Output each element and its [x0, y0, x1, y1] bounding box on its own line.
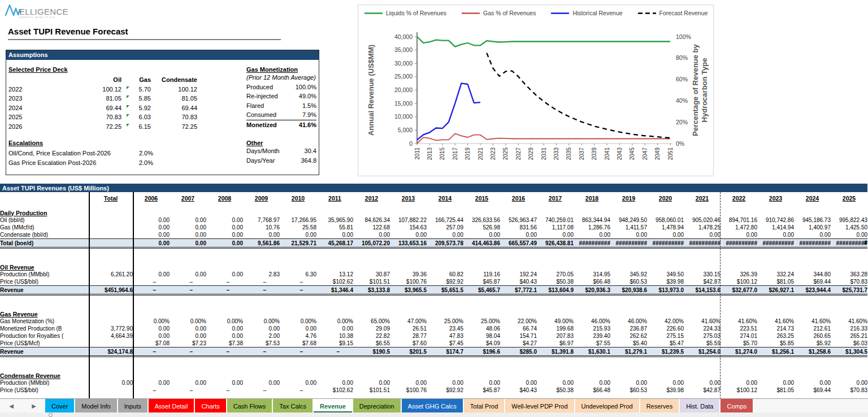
- cell[interactable]: 1,400.97: [794, 224, 831, 231]
- cell[interactable]: 105,072.20: [353, 239, 390, 248]
- col-header-year[interactable]: 2021: [684, 192, 721, 202]
- cell[interactable]: 2.83: [243, 271, 280, 278]
- cell[interactable]: 223.51: [721, 325, 757, 332]
- cell[interactable]: 133,653.16: [390, 239, 427, 248]
- cell[interactable]: 265.21: [831, 332, 867, 340]
- sheet-tab-charts[interactable]: Charts: [195, 399, 226, 413]
- cell[interactable]: 60.82: [427, 271, 463, 278]
- cell[interactable]: 0.00: [757, 379, 794, 386]
- cell[interactable]: –: [280, 386, 316, 394]
- cell[interactable]: 270.05: [537, 271, 574, 278]
- gas-monetization-value[interactable]: 100.0%: [296, 82, 316, 92]
- cell[interactable]: $1,254.0: [684, 348, 721, 357]
- cell[interactable]: 212.61: [794, 325, 831, 332]
- cell[interactable]: 41.60%: [794, 318, 831, 325]
- cell[interactable]: 154.71: [500, 332, 537, 340]
- cell[interactable]: 1,117.08: [537, 224, 574, 231]
- cell[interactable]: 41.60%: [831, 318, 867, 325]
- cell[interactable]: 275.15: [647, 332, 684, 340]
- cell[interactable]: –: [280, 278, 316, 286]
- price-deck-condensate-value[interactable]: 70.83: [151, 112, 197, 122]
- sheet-tab-asset-detail[interactable]: Asset Detail: [149, 399, 195, 413]
- cell[interactable]: 0.00: [170, 231, 206, 239]
- cell[interactable]: 48.06: [463, 325, 500, 332]
- col-header-year[interactable]: 2017: [537, 192, 574, 202]
- cell[interactable]: 0.00: [133, 332, 170, 340]
- cell[interactable]: 0.00: [280, 231, 316, 239]
- cell[interactable]: $14,153.6: [684, 286, 721, 295]
- cell[interactable]: 275.03: [684, 332, 721, 340]
- col-header-year[interactable]: 2009: [243, 192, 280, 202]
- cell[interactable]: 863,344.94: [574, 216, 610, 224]
- sheet-tab-asset-ghg-calcs[interactable]: Asset GHG Calcs: [402, 399, 463, 413]
- cell[interactable]: 98.04: [463, 332, 500, 340]
- cell[interactable]: $1,279.1: [610, 348, 647, 357]
- price-deck-gas-value[interactable]: 5.85: [121, 94, 151, 103]
- cell[interactable]: $1,256.1: [757, 348, 794, 357]
- cell[interactable]: $5.70: [721, 340, 757, 348]
- cell[interactable]: 894,701.16: [721, 216, 757, 224]
- gas-monetization-value[interactable]: 1.5%: [302, 101, 316, 111]
- cell[interactable]: 345.92: [610, 271, 647, 278]
- sheet-tab-hist-data[interactable]: Hist. Data: [680, 399, 720, 413]
- cell[interactable]: 46.00%: [610, 318, 647, 325]
- cell[interactable]: $50.38: [537, 278, 574, 286]
- cell[interactable]: $26,927.1: [757, 286, 794, 295]
- cell[interactable]: 1,414.94: [757, 224, 794, 231]
- tab-scroll-left-icon[interactable]: ◀: [0, 403, 23, 409]
- cell[interactable]: 47.00%: [390, 318, 427, 325]
- cell[interactable]: 0.00: [390, 379, 427, 386]
- cell[interactable]: 0.00: [133, 231, 170, 239]
- sheet-tab-cover[interactable]: Cover: [45, 399, 75, 413]
- price-deck-year[interactable]: 2022: [8, 85, 85, 94]
- cell[interactable]: $7.55: [574, 340, 610, 348]
- cell[interactable]: 0.00: [133, 239, 170, 248]
- cell[interactable]: 326,633.56: [463, 216, 500, 224]
- cell[interactable]: $7.08: [133, 340, 170, 348]
- cell[interactable]: 209,573.78: [427, 239, 463, 248]
- sheet-tab-undeveloped-prod[interactable]: Undeveloped Prod: [575, 399, 640, 413]
- cell[interactable]: ##########: [721, 239, 757, 248]
- cell[interactable]: 166,725.44: [427, 216, 463, 224]
- cell[interactable]: 154.63: [390, 224, 427, 231]
- cell[interactable]: $285.0: [500, 348, 537, 357]
- cell[interactable]: $20,938.6: [610, 286, 647, 295]
- row-total[interactable]: $24,174.8: [89, 348, 133, 357]
- cell[interactable]: 10.38: [316, 332, 353, 340]
- cell[interactable]: –: [133, 278, 170, 286]
- row-label[interactable]: Oil (bbl/d): [0, 216, 89, 224]
- cell[interactable]: 0.00: [684, 379, 721, 386]
- cell[interactable]: $5,465.7: [463, 286, 500, 295]
- cell[interactable]: 344.80: [794, 271, 831, 278]
- cell[interactable]: 0.00%: [280, 318, 316, 325]
- col-header-year[interactable]: 2012: [353, 192, 390, 202]
- cell[interactable]: $92.92: [427, 278, 463, 286]
- cell[interactable]: 948,249.50: [610, 216, 647, 224]
- cell[interactable]: 199.68: [537, 325, 574, 332]
- cell[interactable]: $5,651.5: [427, 286, 463, 295]
- cell[interactable]: 260.65: [794, 332, 831, 340]
- cell[interactable]: 0.00: [133, 216, 170, 224]
- cell[interactable]: 0.00: [721, 231, 757, 239]
- legend-item[interactable]: Liquids % of Revenues: [364, 10, 446, 16]
- row-total[interactable]: 3,772.90: [89, 325, 133, 332]
- row-label[interactable]: Condensate (bbl/d): [0, 231, 89, 239]
- cell[interactable]: –: [170, 386, 206, 394]
- cell[interactable]: $101.51: [353, 386, 390, 394]
- cell[interactable]: 0.00: [353, 379, 390, 386]
- cell[interactable]: $39.98: [647, 278, 684, 286]
- cell[interactable]: 0.00: [463, 379, 500, 386]
- cell[interactable]: $50.38: [537, 386, 574, 394]
- cell[interactable]: 0.00: [794, 231, 831, 239]
- price-deck-oil-value[interactable]: 72.25: [85, 122, 121, 132]
- cell[interactable]: 0.00%: [243, 318, 280, 325]
- cell[interactable]: 4.76: [280, 332, 316, 340]
- cell[interactable]: $102.62: [316, 386, 353, 394]
- cell[interactable]: $1,304.5: [831, 348, 867, 357]
- cell[interactable]: $100.76: [390, 386, 427, 394]
- cell[interactable]: $5.85: [757, 340, 794, 348]
- cell[interactable]: $60.53: [610, 278, 647, 286]
- cell[interactable]: $45.87: [463, 386, 500, 394]
- cell[interactable]: 0.00: [206, 271, 243, 278]
- sheet-tab-well-level-pdp-prod[interactable]: Well-level PDP Prod: [505, 399, 574, 413]
